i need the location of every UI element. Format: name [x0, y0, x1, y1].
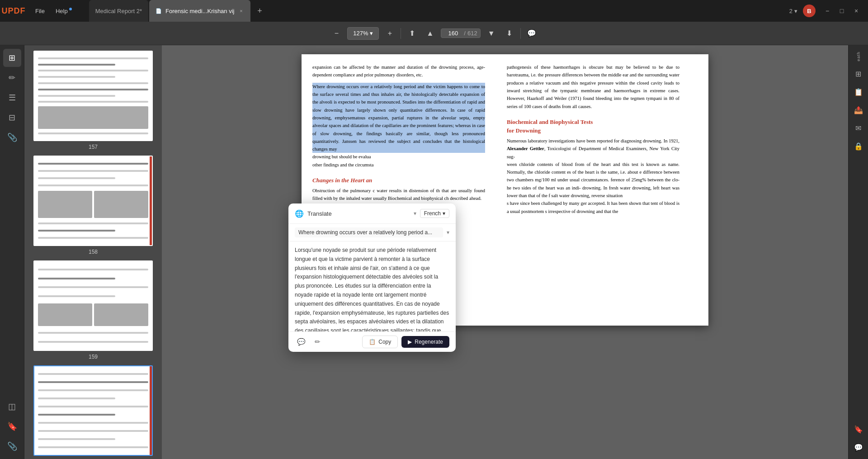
- thumbnail-159[interactable]: 159: [28, 260, 158, 360]
- thumbnail-160[interactable]: 160: [28, 365, 158, 459]
- close-btn[interactable]: ×: [850, 5, 863, 17]
- zoom-input[interactable]: 127% ▾: [347, 27, 379, 40]
- pdf-content[interactable]: expansion can be affected by the manner …: [162, 45, 848, 459]
- minimize-btn[interactable]: −: [821, 5, 834, 17]
- thumb-line: [38, 237, 148, 239]
- toolbar-divider-2: [520, 28, 521, 39]
- pdf-partial-text2: other findings and the circumsta: [312, 161, 485, 169]
- sidebar-attachments-btn[interactable]: 📎: [3, 128, 21, 147]
- right-icon-comment[interactable]: 💬: [850, 439, 867, 455]
- thumb-image: [38, 191, 92, 218]
- title-bar: UPDF File Help Medical Report 2* 📄 Foren…: [0, 0, 868, 22]
- sidebar-edit-btn[interactable]: ✏: [3, 69, 21, 87]
- translate-result: Lorsqu'une noyade se produit sur une pér…: [288, 241, 456, 332]
- translate-header: 🌐 Translate ▾ French ▾: [288, 203, 456, 224]
- page-total: 612: [467, 30, 477, 37]
- thumb-line: [38, 57, 148, 59]
- pen-footer-icon[interactable]: ✏: [311, 336, 324, 348]
- thumb-line: [38, 222, 148, 224]
- file-menu[interactable]: File: [31, 6, 49, 16]
- copy-label: Copy: [378, 339, 391, 345]
- thumb-line: [38, 101, 148, 103]
- zoom-in-btn[interactable]: +: [382, 26, 397, 41]
- maximize-btn[interactable]: □: [835, 5, 848, 17]
- source-dropdown: Where drowning occurs over a relatively …: [288, 224, 456, 241]
- sidebar-layers-btn[interactable]: ◫: [3, 397, 21, 416]
- thumb-line: [38, 64, 115, 66]
- tabs-area: Medical Report 2* 📄 Forensic medi...Kris…: [80, 0, 784, 22]
- zoom-control: 127% ▾: [347, 27, 379, 40]
- thumb-line: [38, 170, 148, 172]
- thumb-image: [38, 303, 92, 326]
- translate-label: Translate: [307, 210, 410, 217]
- help-menu[interactable]: Help: [51, 6, 76, 16]
- thumbnail-157[interactable]: 157: [28, 51, 158, 150]
- window-controls: 2 ▾ B − □ ×: [784, 5, 868, 17]
- thumb-line: [38, 95, 115, 97]
- thumb-line: [38, 70, 148, 71]
- sidebar-thumbnail-btn[interactable]: ⊞: [3, 49, 21, 67]
- thumb-line: [38, 163, 148, 165]
- translate-dropdown-arrow: ▾: [414, 210, 416, 217]
- page-input[interactable]: [444, 30, 462, 37]
- language-selector[interactable]: French ▾: [420, 209, 449, 218]
- sidebar-list-btn[interactable]: ☰: [3, 89, 21, 107]
- pdf-right-top-text: pathogenesis of these haemorrhages is ob…: [507, 63, 679, 110]
- thumbnail-label-157: 157: [89, 144, 98, 150]
- pdf-right-column: pathogenesis of these haemorrhages is ob…: [496, 54, 690, 326]
- logo: UPDF: [0, 6, 27, 16]
- right-icon-lock[interactable]: 🔒: [850, 138, 867, 155]
- sidebar-paperclip-btn[interactable]: 📎: [3, 437, 21, 455]
- right-icon-bookmark[interactable]: 🔖: [850, 421, 867, 437]
- thumb-line: [38, 286, 148, 288]
- thumb-line: [38, 381, 148, 383]
- prev-top-btn[interactable]: ⬆: [405, 26, 419, 41]
- right-icon-grid[interactable]: ⊞: [850, 66, 867, 82]
- pdf-para-biochem3: s have since been challenged by many ger…: [507, 199, 679, 215]
- user-avatar[interactable]: B: [803, 5, 816, 17]
- thumb-line: [38, 373, 148, 375]
- page-nav: / 612: [441, 28, 480, 38]
- right-icon-upload[interactable]: 📤: [850, 102, 867, 118]
- thumb-line: [38, 230, 115, 232]
- right-icon-mail[interactable]: ✉: [850, 120, 867, 137]
- thumbnail-img-160: [33, 365, 153, 456]
- thumb-line: [38, 414, 115, 416]
- next-bottom-btn[interactable]: ⬇: [502, 26, 517, 41]
- tab-add-btn[interactable]: +: [253, 5, 266, 17]
- thumb-line: [38, 89, 148, 90]
- thumbnail-158[interactable]: 158: [28, 156, 158, 255]
- thumb-line: [38, 430, 148, 432]
- language-name: French: [424, 210, 441, 217]
- tab-medical-report-label: Medical Report 2*: [95, 8, 142, 14]
- thumbnail-img-157: [33, 51, 153, 141]
- thumbnail-img-159: [33, 260, 153, 351]
- right-icon-clipboard[interactable]: 📋: [850, 84, 867, 100]
- copy-btn[interactable]: 📋 Copy: [362, 336, 398, 348]
- comment-btn[interactable]: 💬: [524, 26, 539, 41]
- sidebar-grid-btn[interactable]: ⊟: [3, 109, 21, 127]
- comment-footer-icon[interactable]: 💬: [295, 336, 307, 348]
- thumb-line: [38, 438, 115, 440]
- sidebar-bookmark-btn[interactable]: 🔖: [3, 417, 21, 435]
- tab-medical-report[interactable]: Medical Report 2*: [89, 0, 148, 22]
- thumbnails-panel: 157 158: [24, 45, 162, 459]
- pdf-heading-changes: Changes in the Heart an: [312, 176, 485, 185]
- thumb-red-bar: [150, 366, 152, 455]
- zoom-out-btn[interactable]: −: [329, 26, 344, 41]
- pdf-top-text: expansion can be affected by the manner …: [312, 63, 485, 79]
- tab-forensic-label: Forensic medi...Krishan vij: [165, 8, 234, 14]
- thumb-line: [38, 406, 148, 407]
- thumb-line: [38, 82, 148, 84]
- tab-close-btn[interactable]: ×: [238, 8, 244, 14]
- pdf-heading-biochemical: Biochemical and Biophysical Testsfor Dro…: [507, 118, 679, 135]
- source-text[interactable]: Where drowning occurs over a relatively …: [295, 227, 443, 237]
- translate-footer: 💬 ✏ 📋 Copy ▶ Regenerate: [288, 332, 456, 352]
- regen-label: Regenerate: [415, 339, 443, 345]
- left-sidebar: ⊞ ✏ ☰ ⊟ 📎 ◫ 🔖 📎: [0, 45, 24, 459]
- thumb-red-bar: [150, 156, 152, 245]
- regenerate-btn[interactable]: ▶ Regenerate: [401, 336, 449, 348]
- prev-page-btn[interactable]: ▲: [423, 26, 437, 41]
- next-page-btn[interactable]: ▼: [484, 26, 499, 41]
- tab-forensic-medi[interactable]: 📄 Forensic medi...Krishan vij ×: [149, 0, 250, 22]
